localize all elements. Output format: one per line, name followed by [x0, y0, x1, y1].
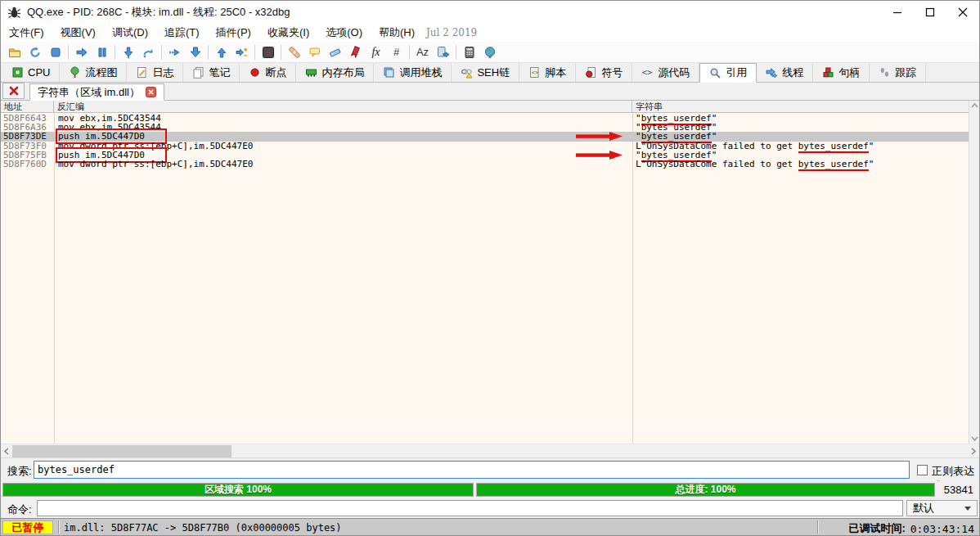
- functions-icon[interactable]: fx: [366, 43, 386, 61]
- tab-close-icon[interactable]: [146, 87, 156, 97]
- tab-label: 流程图: [85, 65, 117, 80]
- check-updates-icon[interactable]: [479, 43, 500, 61]
- step-over-icon[interactable]: [138, 43, 159, 61]
- assembler-icon[interactable]: [433, 43, 453, 61]
- tab-label: 符号: [601, 65, 623, 80]
- search-label: 搜索:: [7, 464, 32, 479]
- toolbar-separator: [254, 45, 255, 60]
- menu-item[interactable]: 追踪(T): [156, 25, 208, 40]
- menu-item[interactable]: 插件(P): [208, 25, 259, 40]
- close-all-tabs-button[interactable]: [2, 83, 25, 99]
- window-title: QQ.exe - PID: 268C - 模块: im.dll - 线程: 25…: [27, 5, 290, 20]
- tab-cpu[interactable]: CPU: [2, 63, 60, 82]
- toolbar-separator: [208, 45, 209, 60]
- calculator-icon[interactable]: [459, 43, 479, 61]
- notes-icon: [192, 66, 205, 79]
- statusbar-divider: [817, 520, 819, 534]
- table-row[interactable]: 5D8F73DEpush im.5DC447D0"bytes_userdef": [1, 132, 970, 141]
- menu-item[interactable]: 帮助(H): [371, 25, 423, 40]
- tab-threads[interactable]: 线程: [757, 63, 813, 82]
- symbols-icon: [585, 66, 597, 79]
- scroll-right-icon[interactable]: [968, 444, 979, 458]
- column-header-address[interactable]: 地址: [1, 101, 54, 112]
- vertical-scrollbar[interactable]: [969, 101, 979, 444]
- breakpoint-icon: [249, 66, 261, 79]
- command-input[interactable]: [37, 500, 903, 516]
- tab-label: 源代码: [658, 65, 690, 80]
- tab-log[interactable]: 日志: [127, 63, 183, 82]
- menu-bar: 文件(F)视图(V)调试(D)追踪(T)插件(P)收藏夹(I)选项(O)帮助(H…: [1, 24, 979, 42]
- restart-icon[interactable]: [25, 43, 45, 61]
- toolbar-separator: [115, 45, 115, 60]
- tab-callstack[interactable]: 调用堆栈: [374, 63, 452, 82]
- debug-time-value: 0:03:43:14: [910, 523, 974, 535]
- statusbar-divider: [58, 520, 60, 534]
- tab-breakpoint[interactable]: 断点: [240, 63, 296, 82]
- tab-graph[interactable]: 流程图: [60, 63, 127, 82]
- menu-item[interactable]: 调试(D): [104, 25, 156, 40]
- scroll-down-icon: [971, 436, 978, 441]
- scroll-up-icon: [971, 103, 978, 108]
- tab-references[interactable]: 引用: [699, 63, 757, 83]
- close-button[interactable]: [946, 1, 979, 24]
- run-to-user-code-icon[interactable]: [232, 43, 252, 61]
- svg-text:<>: <>: [532, 70, 538, 76]
- column-header-string[interactable]: 字符串: [632, 101, 970, 112]
- patches-icon[interactable]: [284, 43, 304, 61]
- trace-icon: [879, 66, 891, 79]
- seh-icon: [461, 66, 473, 79]
- tab-source[interactable]: <>源代码: [632, 63, 699, 82]
- tab-seh[interactable]: SEH链: [452, 63, 519, 82]
- strings-table: 地址 反汇编 字符串 5D8F6643mov ebx,im.5DC43544"b…: [1, 101, 979, 444]
- tab-script[interactable]: <>脚本: [519, 63, 576, 82]
- horizontal-scrollbar[interactable]: [1, 444, 979, 457]
- trace-into-icon[interactable]: [164, 43, 185, 61]
- strings-table-rows: 5D8F6643mov ebx,im.5DC43544"bytes_userde…: [1, 114, 970, 169]
- menu-item[interactable]: 选项(O): [317, 25, 371, 40]
- table-row[interactable]: 5D8F760Dmov dword ptr ss:[ebp+C],im.5DC4…: [1, 160, 970, 169]
- menu-items-container: 文件(F)视图(V)调试(D)追踪(T)插件(P)收藏夹(I)选项(O)帮助(H…: [1, 25, 423, 40]
- open-file-icon[interactable]: [4, 43, 25, 61]
- profile-dropdown[interactable]: 默认: [906, 500, 978, 516]
- trace-over-icon[interactable]: [185, 43, 205, 61]
- step-into-icon[interactable]: [118, 43, 138, 61]
- menu-item[interactable]: 视图(V): [52, 25, 104, 40]
- maximize-button[interactable]: [914, 1, 946, 24]
- stack-trace-icon[interactable]: #: [386, 43, 407, 61]
- scylla-dump-icon[interactable]: S: [258, 43, 278, 61]
- references-icon: [709, 67, 722, 79]
- source-icon: <>: [641, 66, 654, 79]
- hscroll-thumb[interactable]: [12, 445, 232, 457]
- log-icon: [136, 66, 148, 79]
- result-count: 53841: [944, 484, 973, 496]
- hscroll-track[interactable]: [12, 444, 968, 458]
- build-date: Jul 2 2019: [426, 27, 477, 38]
- tab-symbols[interactable]: 符号: [576, 63, 632, 82]
- menu-item[interactable]: 文件(F): [1, 25, 52, 40]
- strings-result-tab[interactable]: 字符串（区域 im.dll）: [29, 83, 164, 101]
- tab-memory[interactable]: 内存布局: [296, 63, 374, 82]
- tab-label: SEH链: [477, 65, 510, 80]
- minimize-button[interactable]: [881, 1, 914, 24]
- menu-item[interactable]: 收藏夹(I): [259, 25, 317, 40]
- labels-icon[interactable]: [325, 43, 345, 61]
- column-header-disassembly[interactable]: 反汇编: [54, 101, 632, 112]
- regex-checkbox[interactable]: [917, 465, 928, 475]
- preferences-font-icon[interactable]: Aᴢ: [412, 43, 433, 61]
- comments-icon[interactable]: [304, 43, 325, 61]
- disassembly-cell: push im.5DC447D0: [54, 132, 632, 141]
- tab-trace[interactable]: 跟踪: [870, 63, 926, 82]
- run-icon[interactable]: [71, 43, 92, 61]
- scroll-left-icon[interactable]: [1, 444, 12, 458]
- execute-till-return-icon[interactable]: [211, 43, 232, 61]
- svg-text:<>: <>: [642, 67, 654, 78]
- pause-icon[interactable]: [92, 43, 112, 61]
- stop-debugging-icon[interactable]: [45, 43, 65, 61]
- search-input[interactable]: [34, 461, 910, 479]
- tab-notes[interactable]: 笔记: [183, 63, 240, 82]
- tab-handles[interactable]: 句柄: [813, 63, 870, 82]
- toolbar-separator: [409, 45, 410, 60]
- search-row: 搜索: 正则表达式: [1, 457, 979, 481]
- bookmarks-icon[interactable]: [345, 43, 366, 61]
- status-message: im.dll: 5D8F77AC -> 5D8F77B0 (0x00000005…: [64, 522, 342, 534]
